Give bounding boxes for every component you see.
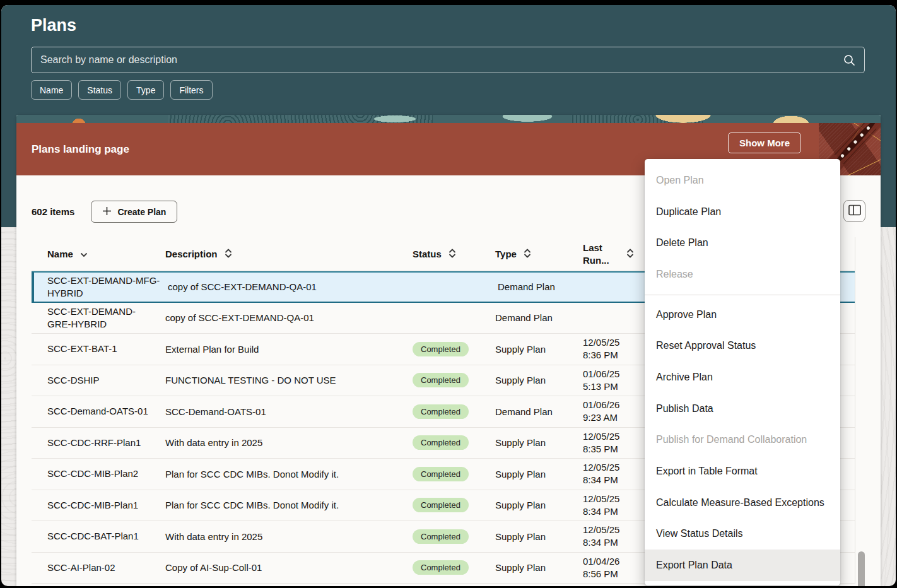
cell-type: Supply Plan [490,437,575,448]
cell-description: copy of SCC-EXT-DEMAND-QA-01 [160,281,410,292]
chip-status[interactable]: Status [78,80,121,100]
menu-item-reset-approval-status[interactable]: Reset Approval Status [645,330,840,362]
status-badge: Completed [413,560,469,575]
column-header-status[interactable]: Status [407,248,490,261]
page-title: Plans [31,16,76,35]
cell-name: SCC-AI-Plan-02 [32,562,158,574]
cell-name: SCC-EXT-DEMAND-GRE-HYBRID [32,305,158,331]
status-badge: Completed [413,404,469,419]
menu-item-export-in-table-format[interactable]: Export in Table Format [645,456,840,487]
column-label: Description [165,249,218,259]
menu-item-duplicate-plan[interactable]: Duplicate Plan [645,196,840,228]
cell-status: Completed [407,529,490,544]
menu-item-release: Release [645,259,840,290]
cell-type: Supply Plan [490,375,575,385]
cell-name: SCC-CDC-BAT-Plan1 [32,530,158,543]
menu-item-archive-plan[interactable]: Archive Plan [645,362,840,393]
menu-item-delete-plan[interactable]: Delete Plan [645,227,840,259]
plus-icon [102,206,112,218]
cell-description: SCC-Demand-OATS-01 [158,406,407,417]
banner-title: Plans landing page [32,143,129,156]
cell-type: Supply Plan [490,500,575,510]
cell-type: Supply Plan [490,531,575,542]
status-badge: Completed [413,529,469,544]
status-badge: Completed [413,435,469,450]
menu-separator [645,295,840,295]
cell-description: FUNCTIONAL TESTING - DO NOT USE [158,375,407,385]
menu-item-open-plan: Open Plan [645,165,840,196]
chip-name[interactable]: Name [31,80,72,100]
menu-item-publish-for-demand-collaboration: Publish for Demand Collaboration [645,425,840,456]
panel-toggle-button[interactable] [843,200,865,222]
cell-type: Demand Plan [490,406,575,417]
cell-status: Completed [407,498,490,512]
cell-type: Demand Plan [493,281,578,292]
cell-name: SCC-CDC-MIB-Plan2 [32,467,158,480]
cell-status: Completed [407,467,490,481]
column-header-type[interactable]: Type [490,248,575,261]
cell-status: Completed [407,342,490,356]
chevron-up-down-icon [626,248,634,261]
menu-item-calculate-measure-based-exceptions[interactable]: Calculate Measure-Based Exceptions [645,487,840,519]
chip-type[interactable]: Type [127,80,164,100]
split-panel-icon [848,204,861,218]
show-more-button[interactable]: Show More [728,132,801,153]
cell-status: Completed [407,435,490,450]
cell-description: External Plan for Build [158,344,407,355]
column-label: Status [413,249,442,259]
cell-description: Copy of AI-Sup-Coll-01 [158,562,407,573]
chevron-up-down-icon [448,248,456,261]
cell-name: SCC-CDC-MIB-Plan1 [32,499,158,512]
cell-type: Supply Plan [490,469,575,479]
column-header-name[interactable]: Name [32,249,158,259]
cell-description: Plan for SCC CDC MIBs. Donot Modify it. [158,469,407,479]
cell-name: SCC-DSHIP [32,374,158,387]
table-toolbar: 602 items Create Plan [32,201,177,223]
chevron-up-down-icon [524,248,531,261]
chip-filters[interactable]: Filters [170,80,212,100]
cell-status: Completed [407,560,490,575]
banner-pattern-strip [16,115,881,123]
status-badge: Completed [413,342,469,356]
context-menu: Open Plan Duplicate Plan Delete Plan Rel… [645,159,840,585]
search-box [31,47,865,73]
status-badge: Completed [413,498,469,512]
column-label: Name [47,249,73,259]
cell-type: Supply Plan [490,562,575,573]
search-icon[interactable] [843,54,855,66]
menu-item-publish-data[interactable]: Publish Data [645,393,840,425]
status-badge: Completed [413,467,469,481]
chevron-up-down-icon [225,248,232,261]
cell-status: Completed [407,404,490,419]
items-count: 602 items [32,206,74,217]
cell-name: SCC-Demand-OATS-01 [32,405,158,418]
cell-name: SCC-EXT-DEMAND-MFG-HYBRID [34,274,160,300]
column-label: Type [495,249,517,259]
menu-item-export-plan-data[interactable]: Export Plan Data [645,550,840,581]
cell-description: copy of SCC-EXT-DEMAND-QA-01 [158,312,407,323]
cell-type: Demand Plan [490,312,575,323]
cell-name: SCC-CDC-RRF-Plan1 [32,437,158,449]
cell-description: With data entry in 2025 [158,437,407,448]
create-plan-label: Create Plan [117,207,166,217]
cell-description: Plan for SCC CDC MIBs. Donot Modify it. [158,500,407,510]
cell-type: Supply Plan [490,344,575,355]
cell-description: With data entry in 2025 [158,531,407,542]
column-label: Last Run... [583,242,619,267]
cell-name: SCC-EXT-BAT-1 [32,343,158,355]
chevron-down-icon [80,249,88,259]
vertical-scrollbar-thumb[interactable] [858,551,865,586]
app-window: Plans Name Status Type Filters Plans lan… [1,5,896,586]
menu-item-approve-plan[interactable]: Approve Plan [645,299,840,331]
search-input[interactable] [40,54,843,66]
column-header-description[interactable]: Description [158,248,407,261]
menu-item-view-status-details[interactable]: View Status Details [645,519,840,550]
status-badge: Completed [413,373,469,387]
cell-status: Completed [407,373,490,387]
create-plan-button[interactable]: Create Plan [91,201,177,223]
filter-chips: Name Status Type Filters [31,80,213,100]
